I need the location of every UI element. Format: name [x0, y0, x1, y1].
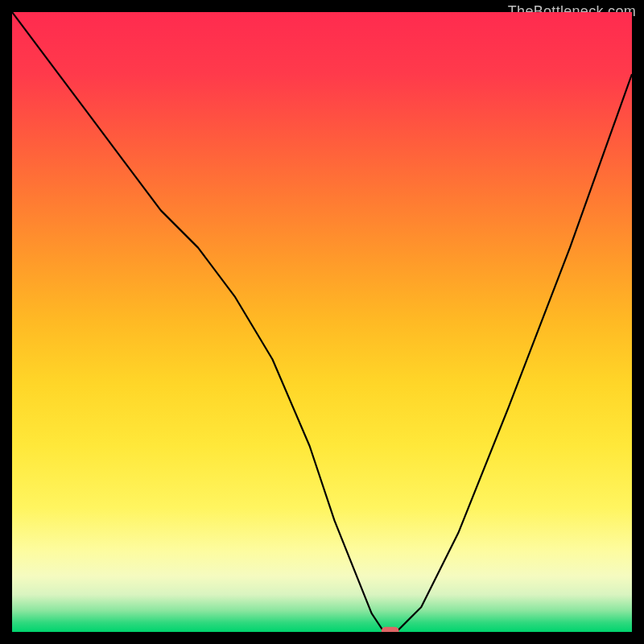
- optimum-marker: [382, 627, 399, 632]
- chart-container: TheBottleneck.com: [0, 0, 644, 644]
- bottleneck-chart: [12, 12, 632, 632]
- plot-background: [12, 12, 632, 632]
